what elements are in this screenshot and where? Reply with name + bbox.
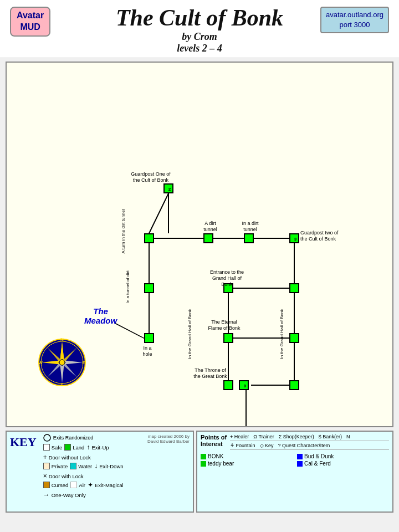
key-safe: Safe [43,443,63,451]
key-water: Water [70,462,92,470]
label-guardpost-two: Guardpost two ofthe Cult of Bonk [300,230,345,242]
node-throne-0: 0 [239,380,249,390]
key-land: Land [64,443,84,451]
avatar-mud-badge: Avatar MUD [10,7,50,37]
key-private: Private [43,462,68,470]
key-panel: KEY Exits Randomized Safe Land [6,431,194,513]
node-grand-hall-tr [289,283,299,293]
label-throne: The Throne ofthe Great Bonk [190,367,231,380]
svg-point-34 [44,434,50,441]
exits-randomized-label: Exits Randomized [53,435,94,441]
key-air: Air [70,481,85,489]
circle-icon [43,434,51,442]
poi-panel: Points ofInterest + Healer Ω Trainer Σ S… [196,431,393,513]
key-door-no-lock: + Door without Lock [43,453,91,461]
node-in-dirt-tunnel [244,233,254,243]
label-turn-dirt: A turn in the dirt tunnel [121,209,126,253]
node-turn-dirt [144,233,154,243]
poi-dot-teddy [201,461,206,467]
poi-cal-ferd: Cal & Ferd [297,461,389,467]
key-title: KEY [10,435,37,449]
map-credit: map created 2006 by David Edward Barber [145,434,190,444]
node-eternal-flame [223,333,233,343]
label-in-hole: In ahole [136,345,158,357]
label-grand-hall-left: In the Grand Hall of Bonk [187,309,192,359]
label-grand-hall-right: In the Grand Hall of Bonk [279,309,284,359]
poi-title: Points ofInterest [201,434,227,451]
node-guardpost-one: 2 [163,183,173,193]
key-one-way: → One-Way Only [43,491,86,499]
node-tunnel-of-dirt [144,283,154,293]
key-door-lock: × Door with Lock [43,472,84,480]
poi-entries: BONK Bud & Dunk teddy bear Cal & Ferd [201,453,389,467]
key-exit-up: ↑ Exit-Up [86,443,109,451]
label-dirt-tunnel-1: A dirttunnel [195,221,226,233]
poi-bonk: BONK [201,453,293,459]
key-exit-down: ↓ Exit-Down [94,462,123,470]
node-dirt-tunnel-1 [203,233,213,243]
node-throne [223,380,233,390]
page-levels: levels 2 – 4 [0,43,399,54]
node-in-hole [144,333,154,343]
poi-legend-header: + Healer Ω Trainer Σ Shop(Keeper) $ Bank… [230,434,389,441]
node-grand-hall-mr [289,333,299,343]
svg-line-0 [149,193,168,233]
node-grand-hall-br [289,380,299,390]
poi-teddy-bear: teddy bear [201,461,293,467]
map-area: 2 Guardpost One ofthe Cult of Bonk A tur… [6,62,393,427]
label-tunnel-of-dirt: In a tunnel of dirt [125,270,130,304]
label-entrance-grand-hall: Entrance to theGrand Hall of Bonk [206,269,248,287]
poi-legend-row2: ⚘ Fountain ◇ Key ? Quest Character/Item [230,443,389,450]
poi-dot-cal-ferd [297,461,303,467]
poi-bud-dunk: Bud & Dunk [297,453,389,459]
bottom-section: KEY Exits Randomized Safe Land [6,431,393,513]
server-badge: avatar.outland.orgport 3000 [320,7,389,33]
node-guardpost-two: 3 [289,233,299,243]
key-exit-magical: ✦ Exit-Magical [88,481,124,489]
label-in-dirt-tunnel: In a dirttunnel [235,221,265,233]
poi-dot-bud-dunk [297,454,303,459]
page-header: Avatar MUD The Cult of Bonk by Crom leve… [0,0,399,58]
label-eternal-flame: The EternalFlame of Bonk [203,319,245,331]
label-guardpost-one: Guardpost One ofthe Cult of Bonk [129,171,173,183]
poi-dot-bonk [201,454,206,459]
key-cursed: Cursed [43,481,69,489]
meadow-label: TheMeadow [84,306,117,325]
water-label: Water [78,463,92,469]
